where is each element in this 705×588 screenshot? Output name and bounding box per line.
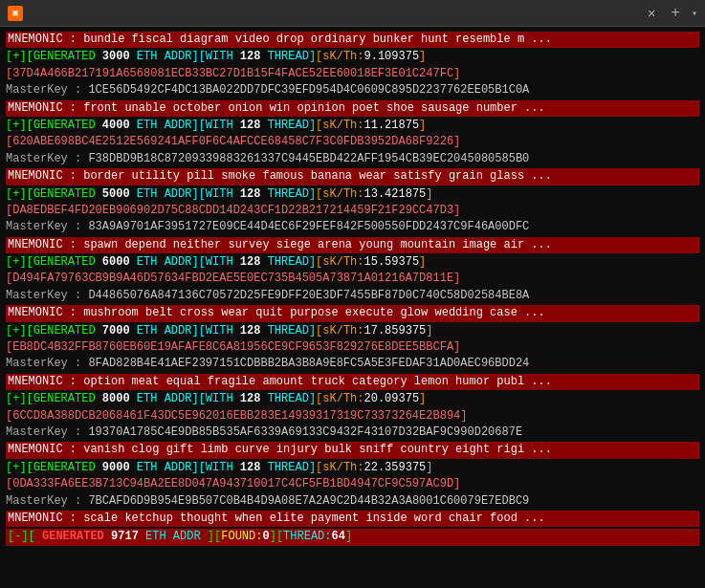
terminal-line-0: MNEMONIC : bundle fiscal diagram video d…	[6, 32, 699, 48]
title-bar-plus-btn[interactable]: +	[667, 5, 684, 22]
terminal-line-22: [6CCD8A388DCB2068461F43DC5E962016EBB283E…	[6, 408, 699, 425]
terminal-line-24: MNEMONIC : vanish clog gift limb curve i…	[6, 442, 699, 458]
terminal-line-1: [+][GENERATED 3000 ETH ADDR][WITH 128 TH…	[6, 49, 699, 65]
terminal-line-21: [+][GENERATED 8000 ETH ADDR][WITH 128 TH…	[6, 391, 699, 407]
terminal-line-29: [-][ GENERATED 9717 ETH ADDR ][FOUND:0][…	[6, 529, 699, 545]
terminal-line-28: MNEMONIC : scale ketchup thought when el…	[6, 511, 699, 527]
terminal-line-3: MasterKey : 1CE56D5492CF4DC13BA022DD7DFC…	[6, 82, 699, 98]
terminal-line-26: [0DA333FA6EE3B713C94BA2EE8D047A943710017…	[6, 476, 699, 492]
terminal-line-25: [+][GENERATED 9000 ETH ADDR][WITH 128 TH…	[6, 460, 699, 476]
terminal-line-11: MasterKey : 83A9A9701AF3951727E09CE44D4E…	[6, 219, 699, 235]
terminal-line-5: [+][GENERATED 4000 ETH ADDR][WITH 128 TH…	[6, 118, 699, 134]
terminal-line-4: MNEMONIC : front unable october onion wi…	[6, 100, 699, 117]
terminal-line-16: MNEMONIC : mushroom belt cross wear quit…	[6, 305, 699, 321]
terminal: MNEMONIC : bundle fiscal diagram video d…	[0, 27, 705, 588]
terminal-line-15: MasterKey : D44865076A847136C70572D25FE9…	[6, 288, 699, 304]
title-bar: ▣ ✕ + ▾	[0, 0, 705, 27]
terminal-line-18: [EB8DC4B32FFB8760EB60E19AFAFE8C6A81956CE…	[6, 339, 699, 356]
title-bar-dropdown-btn[interactable]: ▾	[692, 8, 697, 19]
terminal-line-6: [620ABE698BC4E2512E569241AFF0F6C4AFCCE68…	[6, 134, 699, 150]
terminal-line-9: [+][GENERATED 5000 ETH ADDR][WITH 128 TH…	[6, 186, 699, 203]
terminal-line-23: MasterKey : 19370A1785C4E9DB85B535AF6339…	[6, 425, 699, 441]
terminal-line-19: MasterKey : 8FAD828B4E41AEF2397151CDBBB2…	[6, 356, 699, 372]
title-bar-icon: ▣	[8, 6, 23, 21]
terminal-line-27: MasterKey : 7BCAFD6D9B954E9B507C0B4B4D9A…	[6, 493, 699, 510]
terminal-line-8: MNEMONIC : border utility pill smoke fam…	[6, 168, 699, 185]
title-bar-close-btn[interactable]: ✕	[644, 5, 659, 21]
terminal-line-14: [D494FA79763CB9B9A46D57634FBD2EAE5E0EC73…	[6, 271, 699, 287]
terminal-line-13: [+][GENERATED 6000 ETH ADDR][WITH 128 TH…	[6, 254, 699, 271]
terminal-line-12: MNEMONIC : spawn depend neither survey s…	[6, 237, 699, 253]
terminal-line-10: [DA8EDBEF4FD20EB906902D75C88CDD14D243CF1…	[6, 203, 699, 219]
terminal-line-17: [+][GENERATED 7000 ETH ADDR][WITH 128 TH…	[6, 323, 699, 339]
terminal-line-7: MasterKey : F38DBD9B18C87209339883261337…	[6, 151, 699, 167]
terminal-line-20: MNEMONIC : option meat equal fragile amo…	[6, 374, 699, 390]
terminal-line-2: [37D4A466B217191A6568081ECB33BC27D1B15F4…	[6, 66, 699, 82]
